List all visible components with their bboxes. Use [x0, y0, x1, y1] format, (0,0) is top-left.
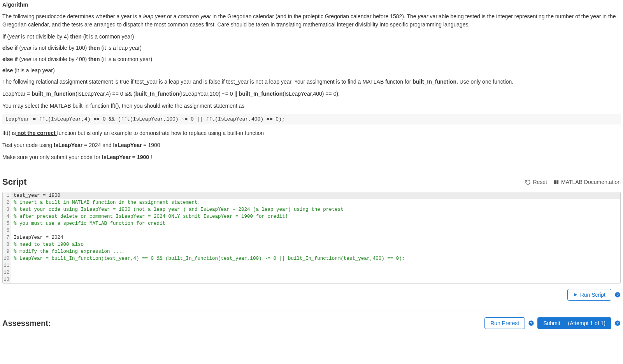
play-icon	[573, 292, 578, 297]
run-pretest-button[interactable]: Run Pretest	[484, 317, 525, 329]
code-line[interactable]: % modify the following expression ....	[11, 248, 620, 255]
text: !	[149, 154, 152, 160]
text: LeapYear =	[2, 91, 32, 97]
run-pretest-label: Run Pretest	[490, 320, 519, 326]
text: The following pseudocode determines whet…	[2, 13, 143, 19]
pseudo-line-4: else (it is a leap year)	[2, 66, 621, 75]
if-keyword: if	[2, 33, 6, 40]
line-number: 9	[3, 248, 11, 255]
text: or a	[165, 13, 178, 19]
text: (	[18, 45, 21, 51]
built-in-fn: built_In_function	[239, 91, 283, 97]
isleapyear-bold: IsLeapYear	[113, 142, 142, 148]
test-instructions: Test your code using IsLeapYear = 2024 a…	[2, 141, 621, 149]
submit-button[interactable]: Submit (Attempt 1 of 1)	[537, 317, 611, 329]
fft-example-intro: You may select the MATLAB built-in funct…	[2, 102, 621, 110]
code-line[interactable]: % insert a built in MATLAB function in t…	[11, 199, 620, 206]
editor-line[interactable]: 6	[3, 227, 620, 234]
line-number: 6	[3, 227, 11, 234]
text: is not divisible by 100)	[32, 45, 89, 51]
code-line[interactable]	[11, 269, 620, 276]
line-number: 12	[3, 269, 11, 276]
not-correct-emphasis: not the correct	[16, 130, 57, 136]
line-number: 10	[3, 255, 11, 262]
assignment-paragraph: The following relational assignment stat…	[2, 78, 621, 86]
pseudo-line-2: else if (year is not divisible by 100) t…	[2, 44, 621, 52]
text: is not divisible by 4)	[19, 33, 70, 40]
editor-line[interactable]: 10% LeapYear = built_In_function(test_ye…	[3, 255, 620, 262]
code-line[interactable]: % test your code using IsLeapYear = 1900…	[11, 206, 620, 213]
reset-icon	[525, 179, 531, 185]
text: (it is a common year)	[100, 56, 153, 62]
isleapyear-bold: IsLeapYear	[54, 142, 82, 148]
code-line[interactable]: % LeapYear = built_In_function(test_year…	[11, 255, 620, 262]
pseudo-line-3: else if (year is not divisible by 400) t…	[2, 55, 621, 63]
built-in-function-bold: built_In_function.	[412, 79, 458, 85]
editor-line[interactable]: 3% test your code using IsLeapYear = 190…	[3, 206, 620, 213]
algorithm-intro-paragraph: The following pseudocode determines whet…	[2, 12, 621, 29]
text: (it is a leap year)	[13, 67, 54, 74]
text: Test your code using	[2, 142, 54, 148]
built-in-fn: built_In_function	[135, 91, 179, 97]
code-line[interactable]: test_year = 1900	[11, 192, 620, 199]
else-keyword: else	[2, 67, 13, 74]
docs-icon	[553, 179, 559, 185]
editor-line[interactable]: 8% need to test 1900 also	[3, 241, 620, 248]
reset-label: Reset	[533, 179, 547, 185]
text: (IsLeapYear,400) == 0);	[283, 91, 340, 97]
built-in-fn: built_In_function	[32, 91, 75, 97]
editor-line[interactable]: 7IsLeapYear = 2024	[3, 234, 620, 241]
svg-rect-1	[556, 180, 558, 184]
submit-help-icon[interactable]: ?	[614, 320, 621, 326]
code-line[interactable]: % you must use a specific MATLAB functio…	[11, 220, 620, 227]
text: (it is a leap year)	[100, 45, 142, 51]
year-italic: year	[418, 13, 428, 19]
text: The following relational assignment stat…	[2, 79, 412, 85]
matlab-docs-link[interactable]: MATLAB Documentation	[553, 179, 621, 185]
script-title: Script	[2, 177, 26, 187]
elseif-keyword: else if	[2, 45, 18, 51]
code-line[interactable]	[11, 276, 620, 283]
editor-line[interactable]: 13	[3, 276, 620, 283]
submit-instructions: Make sure you only submit your code for …	[2, 153, 621, 161]
text: (	[18, 56, 21, 62]
reset-button[interactable]: Reset	[525, 179, 547, 185]
text: function but is only an example to demon…	[57, 130, 264, 136]
attempt-label: (Attempt 1 of 1)	[568, 320, 605, 326]
run-script-button[interactable]: Run Script	[567, 289, 611, 301]
svg-rect-0	[554, 180, 556, 184]
svg-marker-2	[574, 293, 577, 296]
editor-line[interactable]: 5% you must use a specific MATLAB functi…	[3, 220, 620, 227]
code-line[interactable]	[11, 262, 620, 269]
text: is not divisible by 400)	[32, 56, 89, 62]
elseif-keyword: else if	[2, 56, 18, 62]
text: (IsLeapYear,4) == 0 && (	[75, 91, 135, 97]
editor-line[interactable]: 4% after pretest delete or commnent IsLe…	[3, 213, 620, 220]
run-script-label: Run Script	[580, 292, 605, 298]
code-line[interactable]	[11, 227, 620, 234]
pretest-help-icon[interactable]: ?	[528, 320, 534, 326]
line-number: 11	[3, 262, 11, 269]
editor-line[interactable]: 1test_year = 1900	[3, 192, 620, 199]
code-line[interactable]: % after pretest delete or commnent IsLea…	[11, 213, 620, 220]
code-editor[interactable]: 1test_year = 19002% insert a built in MA…	[2, 192, 621, 284]
code-line[interactable]: IsLeapYear = 2024	[11, 234, 620, 241]
editor-line[interactable]: 9% modify the following expression ....	[3, 248, 620, 255]
then-keyword: then	[70, 33, 82, 40]
line-number: 3	[3, 206, 11, 213]
editor-line[interactable]: 2% insert a built in MATLAB function in …	[3, 199, 620, 206]
run-script-help-icon[interactable]: ?	[614, 292, 621, 298]
text: fft() is	[2, 130, 16, 136]
line-number: 13	[3, 276, 11, 283]
pseudo-line-1: if (year is not divisible by 4) then (it…	[2, 33, 621, 41]
text: in the Gregorian calendar (and in the pr…	[211, 13, 418, 19]
line-number: 4	[3, 213, 11, 220]
algorithm-heading: Algorithm	[2, 2, 621, 8]
line-number: 1	[3, 192, 11, 199]
editor-line[interactable]: 11	[3, 262, 620, 269]
leap-year-italic: leap year	[143, 13, 166, 19]
editor-line[interactable]: 12	[3, 269, 620, 276]
code-line[interactable]: % need to test 1900 also	[11, 241, 620, 248]
then-keyword: then	[88, 56, 100, 62]
text: (it is a common year)	[82, 33, 134, 40]
